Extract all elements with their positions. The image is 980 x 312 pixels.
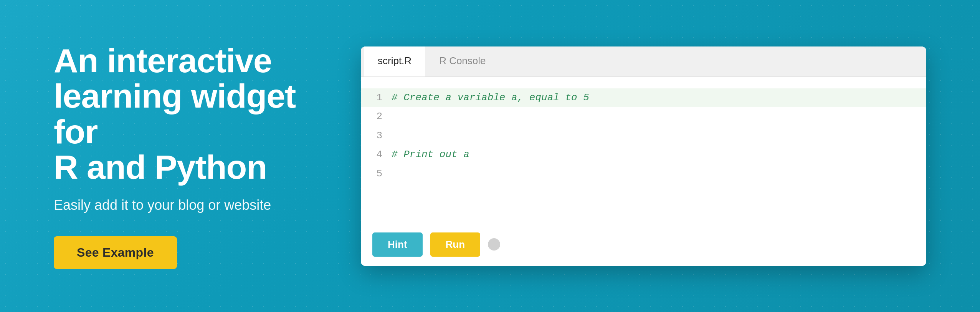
widget-tabs: script.R R Console xyxy=(361,46,926,77)
subheading: Easily add it to your blog or website xyxy=(54,197,315,213)
line-number-2: 2 xyxy=(372,109,392,125)
hero-section: An interactive learning widget for R and… xyxy=(0,0,980,312)
status-indicator xyxy=(488,238,500,251)
tab-r-console[interactable]: R Console xyxy=(425,46,499,76)
code-line-5: 5 xyxy=(361,164,926,184)
widget-container: script.R R Console 1 # Create a variable… xyxy=(361,46,926,266)
left-content: An interactive learning widget for R and… xyxy=(54,43,315,269)
line-number-3: 3 xyxy=(372,128,392,144)
code-line-2: 2 xyxy=(361,107,926,126)
code-line-4: 4 # Print out a xyxy=(361,145,926,164)
hint-button[interactable]: Hint xyxy=(372,232,423,257)
code-line-3: 3 xyxy=(361,126,926,146)
code-content-1: # Create a variable a, equal to 5 xyxy=(392,90,915,106)
heading-line1: An interactive xyxy=(54,41,272,80)
line-number-4: 4 xyxy=(372,147,392,163)
heading-line3: R and Python xyxy=(54,148,267,186)
right-content: script.R R Console 1 # Create a variable… xyxy=(361,46,926,266)
main-heading: An interactive learning widget for R and… xyxy=(54,43,315,185)
see-example-button[interactable]: See Example xyxy=(54,236,177,269)
run-button[interactable]: Run xyxy=(430,232,481,257)
line-number-1: 1 xyxy=(372,90,392,106)
code-editor[interactable]: 1 # Create a variable a, equal to 5 2 3 … xyxy=(361,77,926,223)
code-content-4: # Print out a xyxy=(392,147,915,163)
code-line-1: 1 # Create a variable a, equal to 5 xyxy=(361,88,926,108)
widget-footer: Hint Run xyxy=(361,223,926,266)
heading-line2: learning widget for xyxy=(54,77,296,150)
line-number-5: 5 xyxy=(372,166,392,182)
tab-script-r[interactable]: script.R xyxy=(364,46,425,76)
